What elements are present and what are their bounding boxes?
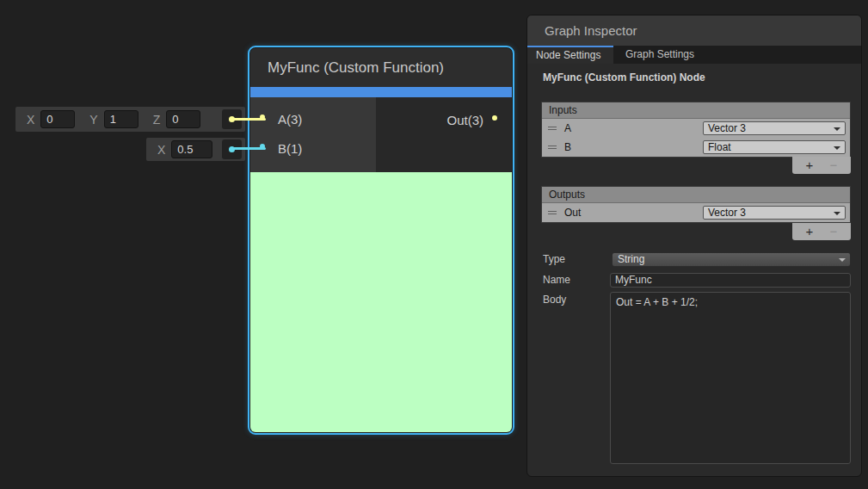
- x-value-field[interactable]: 0: [40, 110, 75, 128]
- axis-label-x: X: [157, 143, 165, 157]
- name-input[interactable]: MyFunc: [610, 273, 851, 288]
- name-label: Name: [543, 274, 570, 286]
- inputs-list-title: Inputs: [542, 102, 850, 119]
- axis-label-x: X: [27, 113, 34, 127]
- port-b-label: B(1): [278, 141, 302, 157]
- float-value-widget: X 0.5: [146, 138, 245, 161]
- drag-handle-icon[interactable]: [548, 125, 557, 132]
- node-body: MyFunc (Custom Function): [250, 48, 512, 432]
- input-b-type-dropdown[interactable]: Float: [703, 140, 846, 154]
- node-title: MyFunc (Custom Function): [250, 48, 512, 87]
- node-settings-heading: MyFunc (Custom Function) Node: [543, 71, 705, 84]
- dropdown-value: Vector 3: [708, 207, 746, 219]
- body-label: Body: [543, 294, 566, 306]
- input-row-a[interactable]: A Vector 3: [542, 119, 850, 138]
- drag-handle-icon[interactable]: [548, 144, 557, 151]
- dropdown-value: Float: [708, 141, 731, 153]
- inspector-title: Graph Inspector: [527, 15, 861, 46]
- output-type-dropdown[interactable]: Vector 3: [703, 206, 846, 220]
- drag-handle-icon[interactable]: [548, 209, 557, 216]
- port-a-label: A(3): [278, 112, 302, 127]
- input-name: B: [564, 141, 571, 153]
- float-value-field[interactable]: 0.5: [171, 140, 212, 158]
- remove-output-button[interactable]: −: [822, 224, 846, 239]
- inspector-tabbar: Node Settings Graph Settings: [527, 46, 861, 64]
- input-a-type-dropdown[interactable]: Vector 3: [703, 121, 846, 135]
- dropdown-value: Vector 3: [708, 122, 746, 134]
- output-name: Out: [564, 207, 581, 219]
- node-port-area: [250, 97, 512, 172]
- add-output-button[interactable]: +: [797, 224, 822, 239]
- input-name: A: [564, 122, 571, 134]
- chevron-down-icon: [834, 212, 840, 215]
- outputs-list-title: Outputs: [542, 187, 850, 203]
- axis-label-z: Z: [153, 113, 161, 127]
- tab-graph-settings[interactable]: Graph Settings: [613, 46, 706, 64]
- chevron-down-icon: [839, 258, 846, 262]
- type-label: Type: [543, 253, 565, 265]
- input-row-b[interactable]: B Float: [542, 138, 850, 157]
- add-input-button[interactable]: +: [797, 158, 822, 173]
- outputs-list: Outputs Out Vector 3: [541, 186, 851, 223]
- vector3-value-widget: X 0 Y 1 Z 0: [15, 107, 245, 132]
- output-row-out[interactable]: Out Vector 3: [542, 203, 850, 222]
- remove-input-button[interactable]: −: [822, 158, 846, 173]
- axis-label-y: Y: [89, 113, 97, 127]
- myfunc-node[interactable]: MyFunc (Custom Function): [248, 46, 514, 435]
- node-preview: [250, 172, 512, 432]
- tab-node-settings[interactable]: Node Settings: [527, 46, 613, 64]
- graph-inspector-panel: Graph Inspector Node Settings Graph Sett…: [526, 15, 862, 477]
- inputs-list: Inputs A Vector 3 B Float: [541, 102, 851, 158]
- chevron-down-icon: [834, 127, 840, 131]
- node-accent-bar: [250, 87, 512, 97]
- output-port-icon[interactable]: [492, 115, 497, 121]
- chevron-down-icon: [834, 146, 840, 150]
- shader-graph-canvas[interactable]: X 0 Y 1 Z 0 X 0.5 MyFunc (Custom Functio…: [0, 0, 868, 489]
- input-port-a-icon[interactable]: [260, 115, 265, 120]
- z-value-field[interactable]: 0: [166, 110, 200, 128]
- port-out-label: Out(3): [404, 113, 483, 128]
- inputs-list-footer: + −: [792, 157, 851, 174]
- input-port-b-icon[interactable]: [260, 144, 265, 149]
- body-textarea[interactable]: Out = A + B + 1/2;: [610, 292, 851, 464]
- dropdown-value: String: [618, 253, 644, 265]
- y-value-field[interactable]: 1: [104, 110, 139, 128]
- type-dropdown[interactable]: String: [612, 252, 851, 267]
- outputs-list-footer: + −: [792, 223, 851, 240]
- node-input-pane: [250, 97, 376, 172]
